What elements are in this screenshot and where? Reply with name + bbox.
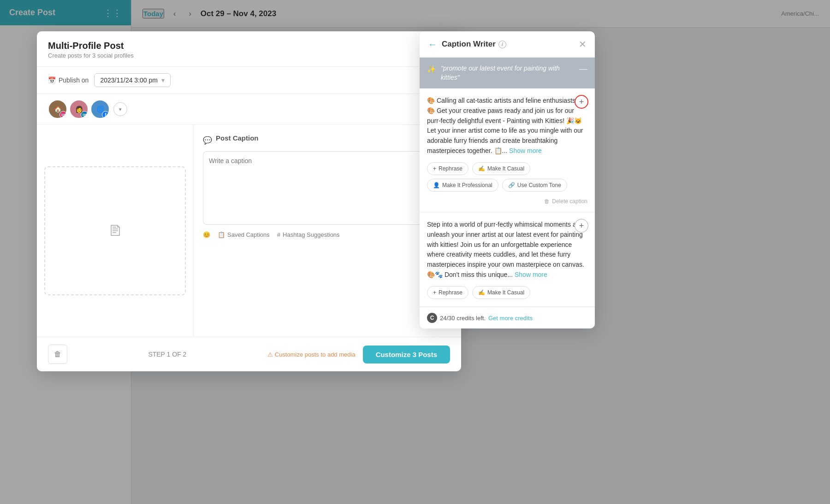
emoji-button[interactable]: 😊: [203, 231, 210, 238]
caption-section-label: Post Caption: [216, 134, 259, 142]
caption-writer-panel: ← Caption Writer i ✕ ✨ "promote our late…: [420, 31, 595, 328]
rephrase-icon-2: +: [433, 289, 436, 296]
customize-posts-button[interactable]: Customize 3 Posts: [363, 346, 450, 363]
caption-card-1: + 🎨 Calling all cat-tastic artists and f…: [420, 88, 595, 212]
credits-bar: C 24/30 credits left. Get more credits: [420, 307, 595, 328]
delete-caption-icon-1: 🗑: [544, 198, 550, 205]
credits-text: 24/30 credits left.: [440, 315, 486, 322]
publish-date-value: 2023/11/24 3:00 pm: [100, 76, 158, 84]
emoji-icon: 😊: [203, 231, 210, 238]
media-panel: 🖹: [37, 125, 194, 337]
publish-label: 📅 Publish on: [48, 76, 89, 84]
delete-caption-1-button[interactable]: 🗑 Delete caption: [544, 198, 587, 205]
back-arrow-icon: ←: [428, 39, 437, 50]
caption-writer-header: ← Caption Writer i ✕: [420, 31, 595, 58]
credits-c-icon: C: [427, 313, 437, 323]
customize-media-link[interactable]: ⚠ Customize posts to add media: [267, 351, 356, 358]
caption-card-2-actions: + Rephrase ✍ Make It Casual: [427, 286, 587, 299]
make-casual-2-button[interactable]: ✍ Make It Casual: [472, 286, 530, 299]
captions-scroll-area: + 🎨 Calling all cat-tastic artists and f…: [420, 88, 595, 307]
caption-card-1-footer: 🗑 Delete caption: [427, 194, 587, 205]
modal-body: 🖹 💬 Post Caption 😊 📋 Saved Captions #: [37, 125, 461, 337]
step-label: STEP 1 OF 2: [148, 351, 186, 358]
publish-date-button[interactable]: 2023/11/24 3:00 pm ▾: [94, 73, 171, 87]
calendar-icon: 📅: [48, 76, 56, 84]
avatar-instagram[interactable]: 🏠 ig: [48, 100, 67, 119]
rephrase-2-button[interactable]: + Rephrase: [427, 286, 468, 299]
custom-tone-icon-1: 🔗: [508, 182, 515, 188]
facebook-badge: f: [102, 111, 109, 118]
profile-avatars-row: 🏠 ig 👩 in 🌀 f ▾: [37, 94, 461, 125]
add-caption-1-button[interactable]: +: [575, 95, 588, 109]
hashtag-suggestions-button[interactable]: # Hashtag Suggestions: [277, 231, 340, 238]
caption-text-2: Step into a world of purr-fectly whimsic…: [427, 220, 587, 280]
delete-post-button[interactable]: 🗑: [48, 345, 67, 364]
saved-captions-button[interactable]: 📋 Saved Captions: [218, 231, 270, 238]
instagram-badge: ig: [59, 111, 67, 118]
caption-text-1: 🎨 Calling all cat-tastic artists and fel…: [427, 96, 587, 156]
caption-icon: 💬: [203, 136, 212, 145]
collapse-prompt-icon[interactable]: —: [579, 64, 587, 74]
make-professional-1-button[interactable]: 👤 Make It Professional: [427, 179, 498, 192]
linkedin-badge: in: [81, 111, 88, 118]
show-more-link-1[interactable]: Show more: [509, 147, 542, 154]
warning-icon: ⚠: [267, 351, 273, 358]
rephrase-icon-1: +: [433, 165, 436, 172]
caption-toolbar: 😊 📋 Saved Captions # Hashtag Suggestions: [203, 227, 452, 238]
rephrase-1-button[interactable]: + Rephrase: [427, 162, 468, 175]
prompt-bar: ✨ "promote our latest event for painting…: [420, 58, 595, 88]
modal-subtitle: Create posts for 3 social profiles: [48, 52, 450, 59]
avatars-dropdown-button[interactable]: ▾: [113, 102, 127, 116]
custom-tone-1-button[interactable]: 🔗 Use Custom Tone: [502, 179, 567, 192]
caption-textarea[interactable]: [203, 151, 452, 225]
show-more-link-2[interactable]: Show more: [515, 271, 547, 278]
caption-card-1-actions: + Rephrase ✍ Make It Casual 👤 Make It Pr…: [427, 162, 587, 192]
prompt-text: "promote our latest event for painting w…: [441, 64, 575, 82]
caption-writer-back-button[interactable]: ←: [428, 39, 437, 50]
footer-right: ⚠ Customize posts to add media Customize…: [267, 346, 450, 363]
make-casual-1-button[interactable]: ✍ Make It Casual: [472, 162, 530, 175]
trash-icon: 🗑: [54, 350, 61, 358]
caption-card-2: + Step into a world of purr-fectly whims…: [420, 212, 595, 307]
modal-toolbar: 📅 Publish on 2023/11/24 3:00 pm ▾: [37, 67, 461, 94]
avatar-facebook[interactable]: 🌀 f: [90, 100, 110, 119]
avatar-linkedin[interactable]: 👩 in: [69, 100, 89, 119]
hashtag-icon: #: [277, 231, 280, 238]
chevron-down-icon: ▾: [161, 76, 165, 84]
saved-captions-icon: 📋: [218, 231, 225, 238]
modal-header: Multi-Profile Post Create posts for 3 so…: [37, 31, 461, 67]
create-post-modal: Multi-Profile Post Create posts for 3 so…: [37, 31, 461, 371]
casual-icon-1: ✍: [478, 165, 485, 172]
professional-icon-1: 👤: [433, 182, 440, 188]
casual-icon-2: ✍: [478, 289, 485, 296]
modal-footer: 🗑 STEP 1 OF 2 ⚠ Customize posts to add m…: [37, 337, 461, 371]
modal-title: Multi-Profile Post: [48, 41, 450, 51]
info-icon: i: [498, 41, 506, 48]
get-more-credits-link[interactable]: Get more credits: [488, 315, 533, 322]
caption-writer-close-button[interactable]: ✕: [579, 39, 587, 50]
media-placeholder: 🖹: [44, 166, 186, 295]
wand-icon: ✨: [427, 65, 436, 74]
media-placeholder-icon: 🖹: [108, 223, 123, 240]
caption-writer-title: Caption Writer i: [442, 40, 574, 49]
